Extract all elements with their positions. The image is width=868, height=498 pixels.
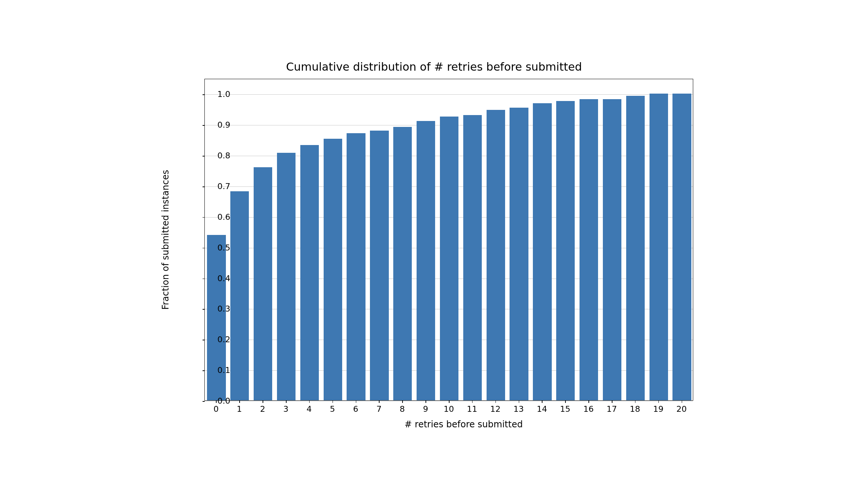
xtick-label: 16 [583,404,594,414]
xtick-label: 2 [260,404,265,414]
bar [672,94,691,400]
ytick-label: 0.9 [208,120,230,129]
bar [300,145,319,400]
xtick-label: 7 [376,404,381,414]
y-axis-label: Fraction of submitted instances [160,170,171,310]
bar [393,127,412,400]
ytick-label: 0.3 [208,304,230,313]
xtick-mark [263,401,263,403]
ytick-label: 0.8 [208,151,230,160]
xtick-label: 1 [237,404,242,414]
xtick-label: 13 [514,404,524,414]
xtick-mark [239,401,240,403]
bar [440,117,458,400]
ytick-label: 0.2 [208,335,230,344]
bar [556,101,575,401]
bar [580,99,598,400]
ytick-mark [203,309,205,310]
xtick-label: 3 [283,404,288,414]
xtick-label: 15 [560,404,570,414]
ytick-mark [203,279,205,279]
xtick-label: 5 [330,404,335,414]
bar [533,103,551,400]
bar [463,115,482,400]
x-axis-label: # retries before submitted [145,419,723,430]
ytick-mark [203,186,205,187]
xtick-mark [495,401,496,403]
bar [510,108,528,400]
xtick-mark [286,401,287,403]
ytick-mark [203,217,205,218]
xtick-label: 4 [307,404,312,414]
bar [324,139,342,400]
xtick-label: 6 [353,404,358,414]
xtick-mark [402,401,403,403]
bar [487,110,505,400]
xtick-label: 9 [423,404,428,414]
bar [417,121,435,400]
bar [254,167,272,400]
bar [626,96,645,400]
xtick-label: 12 [490,404,501,414]
xtick-mark [472,401,473,403]
ytick-label: 0.7 [208,182,230,191]
ytick-label: 0.6 [208,212,230,221]
bar [603,99,621,400]
xtick-label: 17 [607,404,617,414]
bar [650,94,668,400]
ytick-label: 0.4 [208,273,230,283]
xtick-label: 11 [467,404,477,414]
xtick-label: 19 [653,404,664,414]
xtick-mark [542,401,542,403]
xtick-mark [635,401,636,403]
bar [370,131,388,400]
ytick-mark [203,340,205,340]
ytick-mark [203,125,205,126]
bar [277,153,296,400]
xtick-label: 20 [677,404,687,414]
xtick-mark [425,401,426,403]
xtick-mark [519,401,520,403]
xtick-mark [379,401,380,403]
ytick-label: 1.0 [208,90,230,99]
xtick-mark [216,401,217,403]
xtick-mark [309,401,310,403]
ytick-label: 0.1 [208,366,230,375]
bar [230,191,249,400]
ytick-mark [203,401,205,402]
xtick-label: 8 [400,404,405,414]
ytick-mark [203,248,205,249]
xtick-mark [356,401,357,403]
xtick-mark [565,401,566,403]
ytick-label: 0.5 [208,243,230,252]
ytick-label: 0.0 [208,396,230,406]
ytick-mark [203,94,205,95]
plot-area [204,79,693,401]
xtick-mark [658,401,659,403]
xtick-label: 14 [537,404,547,414]
chart-title: Cumulative distribution of # retries bef… [145,60,723,73]
xtick-label: 0 [213,404,218,414]
bar [347,133,365,401]
xtick-label: 10 [444,404,454,414]
xtick-mark [449,401,450,403]
xtick-mark [682,401,682,403]
bar [207,235,226,400]
xtick-mark [612,401,612,403]
xtick-mark [333,401,333,403]
xtick-label: 18 [630,404,640,414]
xtick-mark [588,401,589,403]
ytick-mark [203,156,205,157]
grid-line [205,94,693,95]
chart-figure: Cumulative distribution of # retries bef… [145,60,723,438]
ytick-mark [203,370,205,371]
